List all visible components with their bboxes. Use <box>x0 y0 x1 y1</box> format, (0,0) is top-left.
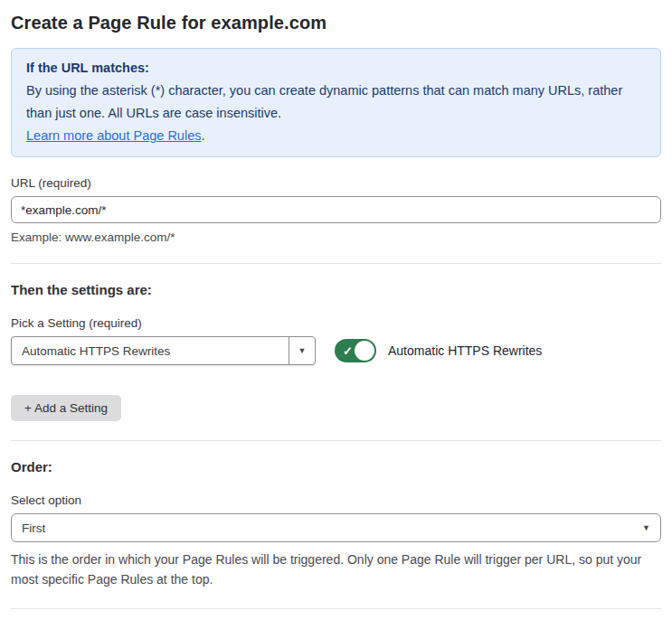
add-setting-button[interactable]: + Add a Setting <box>11 395 121 421</box>
url-field-label: URL (required) <box>11 176 661 190</box>
create-page-rule-panel: Create a Page Rule for example.com If th… <box>0 0 672 620</box>
check-icon: ✓ <box>343 345 353 357</box>
learn-more-link[interactable]: Learn more about Page Rules <box>26 128 201 143</box>
divider <box>11 440 661 441</box>
pick-setting-label: Pick a Setting (required) <box>11 316 661 330</box>
toggle-label: Automatic HTTPS Rewrites <box>388 343 542 358</box>
info-box-heading: If the URL matches: <box>26 57 646 80</box>
link-period: . <box>201 128 204 143</box>
order-select-label: Select option <box>11 493 661 507</box>
settings-section-heading: Then the settings are: <box>11 282 661 297</box>
toggle-knob <box>355 341 374 361</box>
setting-select-value: Automatic HTTPS Rewrites <box>12 344 289 358</box>
divider <box>11 263 661 264</box>
order-select-value: First <box>22 521 45 535</box>
info-box-link-line: Learn more about Page Rules. <box>26 125 646 147</box>
setting-row: Automatic HTTPS Rewrites ▼ ✓ Automatic H… <box>11 336 661 365</box>
chevron-down-icon: ▼ <box>298 347 307 355</box>
url-example-helper: Example: www.example.com/* <box>11 230 661 244</box>
setting-select[interactable]: Automatic HTTPS Rewrites ▼ <box>11 336 316 365</box>
divider <box>11 608 661 609</box>
page-title: Create a Page Rule for example.com <box>11 13 661 33</box>
setting-select-arrow-button[interactable]: ▼ <box>289 337 315 364</box>
chevron-down-icon: ▼ <box>642 524 650 532</box>
automatic-https-rewrites-toggle[interactable]: ✓ <box>335 339 376 362</box>
info-box-body: By using the asterisk (*) character, you… <box>26 80 646 125</box>
order-helper-text: This is the order in which your Page Rul… <box>11 550 661 589</box>
order-section-heading: Order: <box>11 459 661 474</box>
order-select[interactable]: First ▼ <box>11 513 661 542</box>
url-input[interactable] <box>11 196 661 223</box>
url-match-info-box: If the URL matches: By using the asteris… <box>11 48 661 157</box>
